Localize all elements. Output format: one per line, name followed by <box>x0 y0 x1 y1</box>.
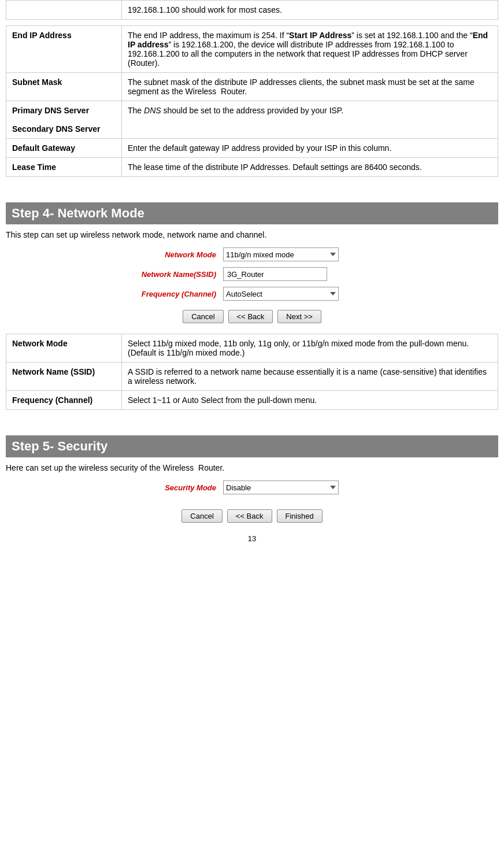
default-gateway-content: Enter the default gateway IP address pro… <box>122 139 498 158</box>
channel-row: Frequency (Channel) AutoSelect <box>113 287 391 301</box>
step5-description: Here can set up the wireless security of… <box>6 463 498 472</box>
network-mode-select-wrapper: 11b/g/n mixed mode <box>223 247 339 261</box>
page-container: 192.168.1.100 should work for most cases… <box>0 0 504 555</box>
end-ip-label: End IP Address <box>6 26 122 73</box>
top-label-cell <box>6 1 122 20</box>
table-row: Lease Time The lease time of the distrib… <box>6 158 498 177</box>
table-row: Network Name (SSID) A SSID is referred t… <box>6 363 498 391</box>
default-gateway-label: Default Gateway <box>6 139 122 158</box>
step5-heading: Step 5- Security <box>12 439 108 453</box>
security-mode-select[interactable]: Disable <box>223 480 339 494</box>
table-row: End IP Address The end IP address, the m… <box>6 26 498 73</box>
step4-header: Step 4- Network Mode <box>6 202 498 224</box>
step4-cancel-button[interactable]: Cancel <box>183 310 223 323</box>
step5-cancel-button[interactable]: Cancel <box>181 509 222 523</box>
channel-form-label: Frequency (Channel) <box>113 290 223 298</box>
lease-time-content: The lease time of the distribute IP Addr… <box>122 158 498 177</box>
network-mode-row: Network Mode 11b/g/n mixed mode <box>113 247 391 261</box>
dns-label: Primary DNS Server Secondary DNS Server <box>6 101 122 139</box>
table-row: Frequency (Channel) Select 1~11 or Auto … <box>6 391 498 410</box>
top-row: 192.168.1.100 should work for most cases… <box>6 1 498 20</box>
security-mode-row: Security Mode Disable <box>113 480 391 494</box>
lease-time-label: Lease Time <box>6 158 122 177</box>
step4-form: Network Mode 11b/g/n mixed mode Network … <box>113 247 391 323</box>
network-mode-form-label: Network Mode <box>113 250 223 259</box>
subnet-mask-content: The subnet mask of the distribute IP add… <box>122 73 498 101</box>
table-row: Subnet Mask The subnet mask of the distr… <box>6 73 498 101</box>
page-number: 13 <box>6 534 498 543</box>
channel-select-wrapper: AutoSelect <box>223 287 339 301</box>
network-mode-table-content: Select 11b/g mixed mode, 11b only, 11g o… <box>122 334 498 363</box>
dns-content: The DNS should be set to the address pro… <box>122 101 498 139</box>
primary-dns-label: Primary DNS Server <box>12 106 116 115</box>
dhcp-table: End IP Address The end IP address, the m… <box>6 25 498 177</box>
step4-description: This step can set up wireless network mo… <box>6 230 498 239</box>
secondary-dns-label: Secondary DNS Server <box>12 124 116 134</box>
subnet-mask-label: Subnet Mask <box>6 73 122 101</box>
top-content-cell: 192.168.1.100 should work for most cases… <box>122 1 498 20</box>
step4-heading: Step 4- Network Mode <box>12 206 144 220</box>
step4-table: Network Mode Select 11b/g mixed mode, 11… <box>6 334 498 410</box>
step4-buttons: Cancel << Back Next >> <box>183 310 321 323</box>
step4-next-button[interactable]: Next >> <box>277 310 321 323</box>
step5-header: Step 5- Security <box>6 435 498 457</box>
step4-back-button[interactable]: << Back <box>228 310 273 323</box>
network-mode-select[interactable]: 11b/g/n mixed mode <box>223 247 339 261</box>
top-table: 192.168.1.100 should work for most cases… <box>6 0 498 20</box>
table-row: Network Mode Select 11b/g mixed mode, 11… <box>6 334 498 363</box>
ssid-table-label: Network Name (SSID) <box>6 363 122 391</box>
table-row: Primary DNS Server Secondary DNS Server … <box>6 101 498 139</box>
channel-select[interactable]: AutoSelect <box>223 287 339 301</box>
security-mode-select-wrapper: Disable <box>223 480 339 494</box>
security-mode-form-label: Security Mode <box>113 483 223 492</box>
step5-finished-button[interactable]: Finished <box>277 509 323 523</box>
ssid-form-label: Network Name(SSID) <box>113 270 223 279</box>
network-mode-table-label: Network Mode <box>6 334 122 363</box>
step5-back-button[interactable]: << Back <box>227 509 272 523</box>
ssid-row: Network Name(SSID) <box>113 267 391 281</box>
step5-form: Security Mode Disable Cancel << Back Fin… <box>113 480 391 523</box>
table-row: Default Gateway Enter the default gatewa… <box>6 139 498 158</box>
end-ip-content: The end IP address, the maximum is 254. … <box>122 26 498 73</box>
ssid-input[interactable] <box>223 267 327 281</box>
channel-table-content: Select 1~11 or Auto Select from the pull… <box>122 391 498 410</box>
channel-table-label: Frequency (Channel) <box>6 391 122 410</box>
ssid-table-content: A SSID is referred to a network name bec… <box>122 363 498 391</box>
step5-buttons: Cancel << Back Finished <box>181 509 322 523</box>
